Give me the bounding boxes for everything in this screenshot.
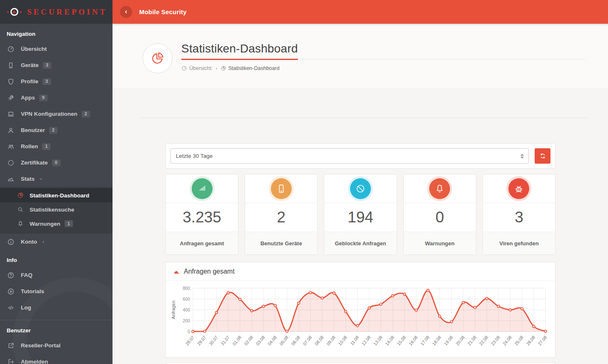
back-button[interactable] — [120, 6, 132, 18]
logo-dot-icon — [7, 11, 9, 13]
svg-text:07.08: 07.08 — [302, 334, 313, 346]
sidebar-item-label: Abmelden — [21, 359, 48, 364]
sidebar-item-faq[interactable]: FAQ — [0, 267, 113, 283]
svg-text:02.08: 02.08 — [243, 334, 254, 346]
svg-text:14.08: 14.08 — [384, 334, 395, 346]
chart-title: Anfragen gesamt — [184, 268, 235, 275]
sidebar-item-log[interactable]: Log — [0, 299, 113, 316]
requests-line-chart: 020040060080028.0729.0730.0731.0701.0802… — [169, 282, 552, 357]
svg-text:17.08: 17.08 — [419, 334, 430, 346]
breadcrumb-separator: › — [215, 65, 218, 71]
sidebar-item-rollen[interactable]: Rollen1 — [0, 138, 113, 155]
securepoint-logo[interactable]: SECUREPOINT — [5, 7, 107, 17]
sidebar-item-konto[interactable]: Konto — [0, 234, 113, 250]
laptop-icon — [7, 110, 15, 118]
sidebar-item-statistikensuche[interactable]: Statistikensuche — [0, 202, 113, 217]
sidebar-item-label: Benutzer — [21, 127, 45, 133]
blocked-icon — [350, 178, 371, 199]
logout-icon — [7, 358, 15, 364]
sidebar-item-statistiken-dashboard[interactable]: Statistiken-Dashboard — [0, 188, 113, 202]
count-badge: 2 — [49, 127, 58, 134]
svg-text:26.08: 26.08 — [525, 334, 536, 346]
gauge-icon — [7, 45, 15, 53]
sidebar-item-bersicht[interactable]: Übersicht — [0, 41, 113, 57]
next-panel-edge — [165, 362, 555, 364]
stat-cards-row: 3.235Anfragen gesamt2Benutzte Geräte194G… — [165, 174, 555, 255]
svg-text:21.08: 21.08 — [466, 334, 477, 346]
count-badge: 3 — [43, 78, 51, 85]
stat-label: Geblockte Anfragen — [324, 232, 396, 254]
stat-card-geblockte-anfragen: 194Geblockte Anfragen — [324, 174, 397, 255]
count-badge: 0 — [52, 160, 60, 166]
sidebar-item-benutzer[interactable]: Benutzer2 — [0, 122, 113, 138]
svg-text:03.08: 03.08 — [255, 334, 266, 346]
topbar: Mobile Security — [113, 0, 608, 24]
sidebar-item-zertifikate[interactable]: Zertifikate0 — [0, 155, 113, 171]
filter-panel: Letzte 30 Tage — [165, 143, 555, 169]
content-divider — [139, 117, 589, 118]
sidebar-item-label: Rollen — [21, 143, 38, 150]
sidebar-item-warnungen[interactable]: Warnungen1 — [0, 217, 113, 231]
signal-bars-icon — [192, 178, 213, 199]
smartphone-icon — [7, 62, 15, 69]
stat-value: 194 — [324, 203, 396, 232]
svg-text:30.07: 30.07 — [208, 334, 219, 346]
chart-panel-header: Anfragen gesamt — [166, 262, 555, 281]
refresh-button[interactable] — [535, 148, 550, 164]
rocket-icon — [7, 94, 15, 102]
svg-text:800: 800 — [183, 286, 190, 291]
sidebar-item-label: Zertifikate — [21, 160, 48, 166]
count-badge: 9 — [39, 95, 48, 101]
sidebar-item-ger-te[interactable]: Geräte3 — [0, 57, 113, 73]
svg-text:23.08: 23.08 — [490, 334, 501, 346]
svg-text:01.08: 01.08 — [231, 334, 242, 346]
gauge-icon — [181, 65, 187, 71]
sidebar-item-label: Konto — [21, 239, 37, 245]
stat-value: 2 — [245, 203, 317, 232]
sidebar-item-abmelden[interactable]: Abmelden — [0, 354, 113, 364]
pie-chart-icon — [150, 51, 165, 65]
svg-text:27.08: 27.08 — [537, 334, 548, 346]
select-stepper-icon — [520, 154, 524, 159]
svg-text:10.08: 10.08 — [337, 334, 348, 346]
main-content: Letzte 30 Tage 3.235Anfragen gesamt2Benu… — [113, 89, 608, 364]
breadcrumb-item-bersicht[interactable]: Übersicht: — [181, 65, 213, 71]
stat-card-warnungen: 0Warnungen — [403, 174, 476, 255]
sidebar-item-profile[interactable]: Profile3 — [0, 73, 113, 90]
pie-chart-icon — [220, 65, 226, 71]
svg-text:11.08: 11.08 — [349, 334, 360, 346]
sidebar-item-tutorials[interactable]: Tutorials — [0, 283, 113, 299]
external-icon — [7, 342, 15, 349]
time-range-select[interactable]: Letzte 30 Tage — [170, 148, 529, 164]
sidebar: SECUREPOINT NavigationÜbersichtGeräte3Pr… — [0, 0, 113, 364]
sidebar-item-reseller-portal[interactable]: Reseller-Portal — [0, 337, 113, 354]
chart-panel: Anfragen gesamt 020040060080028.0729.073… — [165, 262, 555, 358]
stat-card-benutzte-ger-te: 2Benutzte Geräte — [245, 174, 318, 255]
sidebar-item-label: Tutorials — [21, 288, 44, 294]
sidebar-item-label: VPN Konfigurationen — [21, 111, 78, 117]
logo-band: SECUREPOINT — [0, 0, 113, 24]
sidebar-item-label: Log — [21, 304, 31, 311]
sidebar-item-stats[interactable]: Stats — [0, 171, 113, 187]
sidebar-submenu-stats: Statistiken-DashboardStatistikensucheWar… — [0, 187, 113, 234]
sidebar-section-header: Info — [0, 250, 113, 267]
count-badge: 1 — [42, 143, 50, 150]
svg-text:600: 600 — [183, 297, 190, 302]
sidebar-item-label: FAQ — [21, 272, 33, 278]
sidebar-item-label: Warnungen — [30, 221, 60, 227]
user-icon — [7, 127, 15, 134]
count-badge: 3 — [43, 62, 51, 69]
breadcrumb-item-statistiken-dashboard: Statistiken-Dashboard — [220, 65, 280, 71]
pie-chart-icon — [17, 192, 25, 199]
svg-text:16.08: 16.08 — [408, 334, 418, 346]
chevron-down-icon — [38, 177, 43, 182]
shield-icon — [7, 78, 15, 85]
stat-label: Viren gefunden — [483, 232, 555, 254]
page-title-icon-circle — [143, 43, 173, 73]
code-icon — [7, 304, 15, 312]
svg-text:13.08: 13.08 — [373, 334, 383, 346]
svg-text:24.08: 24.08 — [502, 334, 513, 346]
sidebar-item-label: Apps — [21, 95, 35, 101]
sidebar-item-vpn-konfigurationen[interactable]: VPN Konfigurationen2 — [0, 106, 113, 122]
sidebar-item-apps[interactable]: Apps9 — [0, 90, 113, 106]
